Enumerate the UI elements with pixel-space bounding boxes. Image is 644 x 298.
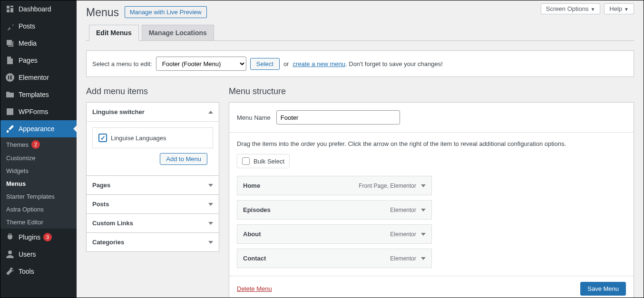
svg-point-5 xyxy=(8,250,12,254)
menu-item-type: Elementor xyxy=(390,255,416,262)
user-icon xyxy=(5,250,15,259)
menu-item-title: Home xyxy=(243,182,260,189)
metabox-title: Pages xyxy=(92,182,110,189)
submenu-label: Themes xyxy=(6,141,29,148)
page-title: Menus xyxy=(86,0,119,21)
submenu-label: Menus xyxy=(6,180,26,187)
sidebar-item-pages[interactable]: Pages xyxy=(0,52,77,69)
admin-sidebar: Dashboard Posts Media Pages Elementor Te… xyxy=(0,0,77,298)
select-button[interactable]: Select xyxy=(250,58,280,70)
screen-options-button[interactable]: Screen Options▼ xyxy=(541,3,601,14)
metabox-toggle[interactable]: Pages xyxy=(87,176,219,194)
manage-live-preview-button[interactable]: Manage with Live Preview xyxy=(125,6,207,18)
sidebar-item-tools[interactable]: Tools xyxy=(0,263,77,280)
submenu-astra-options[interactable]: Astra Options xyxy=(0,203,77,216)
metabox-pages: Pages xyxy=(86,175,219,195)
menu-item[interactable]: Home Front Page, Elementor xyxy=(237,176,432,195)
metabox-toggle[interactable]: Categories xyxy=(87,233,219,251)
menu-item-type: Elementor xyxy=(390,231,416,238)
sidebar-item-label: Pages xyxy=(19,57,38,64)
metabox-title: Posts xyxy=(92,201,109,208)
sidebar-item-elementor[interactable]: Elementor xyxy=(0,69,77,86)
submenu-themes[interactable]: Themes 2 xyxy=(0,137,77,152)
sidebar-item-posts[interactable]: Posts xyxy=(0,18,77,35)
sidebar-item-dashboard[interactable]: Dashboard xyxy=(0,0,77,18)
metabox-toggle[interactable]: Linguise switcher xyxy=(87,103,219,122)
submenu-starter-templates[interactable]: Starter Templates xyxy=(0,190,77,203)
bulk-select-toggle[interactable]: Bulk Select xyxy=(237,154,290,168)
sidebar-item-wpforms[interactable]: WPForms xyxy=(0,103,77,120)
submenu-widgets[interactable]: Widgets xyxy=(0,164,77,177)
checkbox-checked-icon: ✓ xyxy=(98,134,107,142)
dashboard-icon xyxy=(5,4,15,14)
page-icon xyxy=(5,56,15,65)
chevron-down-icon[interactable] xyxy=(421,233,426,236)
submenu-theme-editor[interactable]: Theme Editor xyxy=(0,216,77,229)
submenu-label: Astra Options xyxy=(6,206,44,213)
nav-tabs: Edit Menus Manage Locations xyxy=(86,25,634,41)
sidebar-item-label: WPForms xyxy=(19,108,48,115)
menu-item[interactable]: Contact Elementor xyxy=(237,249,432,268)
chevron-down-icon xyxy=(208,241,213,244)
chevron-down-icon[interactable] xyxy=(421,209,426,211)
sidebar-item-templates[interactable]: Templates xyxy=(0,86,77,103)
drag-instructions: Drag the items into the order you prefer… xyxy=(237,140,626,147)
menu-item[interactable]: Episodes Elementor xyxy=(237,200,432,220)
metabox-toggle[interactable]: Posts xyxy=(87,195,219,213)
folder-icon xyxy=(5,90,15,99)
metabox-title: Categories xyxy=(92,239,124,246)
save-menu-button[interactable]: Save Menu xyxy=(580,282,626,296)
or-text: or xyxy=(283,60,289,67)
linguise-languages-checkbox-row[interactable]: ✓ Linguise Languages xyxy=(92,127,213,148)
help-label: Help xyxy=(609,5,622,12)
chevron-down-icon xyxy=(208,203,213,206)
delete-menu-link[interactable]: Delete Menu xyxy=(237,285,272,292)
tab-manage-locations[interactable]: Manage Locations xyxy=(142,25,214,40)
svg-rect-3 xyxy=(10,77,12,78)
wrench-icon xyxy=(5,267,15,276)
add-items-heading: Add menu items xyxy=(86,87,219,96)
menu-select-dropdown[interactable]: Footer (Footer Menu) xyxy=(156,57,246,71)
sidebar-item-plugins[interactable]: Plugins 3 xyxy=(0,229,77,246)
menu-select-bar: Select a menu to edit: Footer (Footer Me… xyxy=(86,50,634,77)
help-button[interactable]: Help▼ xyxy=(604,3,634,14)
chevron-up-icon xyxy=(208,111,213,114)
sidebar-item-users[interactable]: Users xyxy=(0,246,77,263)
media-icon xyxy=(5,38,15,48)
chevron-down-icon[interactable] xyxy=(421,184,426,187)
chevron-down-icon xyxy=(208,222,213,225)
brush-icon xyxy=(5,124,15,134)
sidebar-item-media[interactable]: Media xyxy=(0,35,77,52)
main-content: Screen Options▼ Help▼ Menus Manage with … xyxy=(77,0,644,298)
menu-name-input[interactable] xyxy=(276,110,400,125)
chevron-down-icon xyxy=(208,184,213,187)
menu-name-label: Menu Name xyxy=(237,114,271,121)
submenu-label: Theme Editor xyxy=(6,219,43,226)
sidebar-item-appearance[interactable]: Appearance xyxy=(0,120,77,137)
create-new-menu-link[interactable]: create a new menu xyxy=(293,60,345,67)
submenu-label: Customize xyxy=(6,154,35,162)
add-to-menu-button[interactable]: Add to Menu xyxy=(160,153,207,165)
sidebar-item-label: Appearance xyxy=(19,125,55,133)
menu-item[interactable]: About Elementor xyxy=(237,224,432,244)
chevron-down-icon: ▼ xyxy=(624,7,629,12)
svg-rect-4 xyxy=(10,78,12,79)
tab-edit-menus[interactable]: Edit Menus xyxy=(89,25,139,41)
chevron-down-icon[interactable] xyxy=(421,257,426,260)
appearance-submenu: Themes 2 Customize Widgets Menus Starter… xyxy=(0,137,77,229)
update-badge: 3 xyxy=(43,233,52,241)
sidebar-item-label: Dashboard xyxy=(19,5,51,13)
metabox-toggle[interactable]: Custom Links xyxy=(87,214,219,232)
submenu-menus[interactable]: Menus xyxy=(0,177,77,190)
elementor-icon xyxy=(5,73,15,82)
sidebar-item-label: Plugins xyxy=(19,233,40,241)
menu-item-title: About xyxy=(243,231,261,238)
submenu-customize[interactable]: Customize xyxy=(0,152,77,164)
svg-rect-2 xyxy=(10,76,12,77)
sidebar-item-label: Tools xyxy=(19,268,34,275)
sidebar-item-label: Media xyxy=(19,39,37,47)
menu-item-title: Contact xyxy=(243,255,266,262)
screen-options-label: Screen Options xyxy=(546,5,589,12)
menu-edit-panel: Menu Name Drag the items into the order … xyxy=(229,102,634,298)
metabox-custom-links: Custom Links xyxy=(86,213,219,233)
